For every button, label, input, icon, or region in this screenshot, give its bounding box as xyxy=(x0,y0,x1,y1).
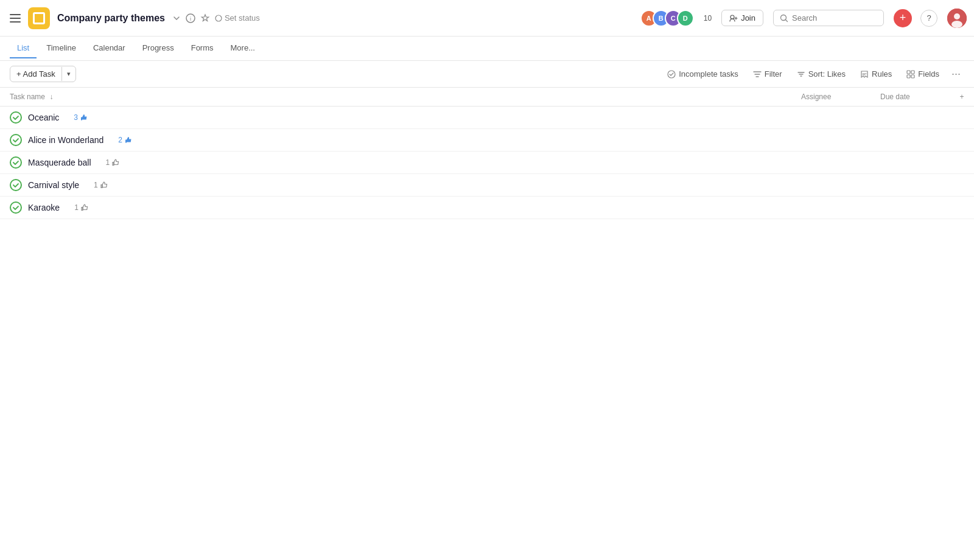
tab-timeline[interactable]: Timeline xyxy=(39,38,83,58)
svg-point-8 xyxy=(668,71,675,78)
info-button[interactable]: i xyxy=(186,13,195,23)
task-add-field-cell xyxy=(950,152,974,174)
rules-icon xyxy=(860,70,869,79)
col-header-add[interactable]: + xyxy=(950,88,974,107)
task-table: Task name ↓ Assignee Due date + Oceanic xyxy=(0,88,974,219)
filter-button[interactable]: Filter xyxy=(747,66,788,82)
svg-rect-11 xyxy=(907,75,910,78)
search-input[interactable] xyxy=(792,13,877,23)
task-complete-check[interactable] xyxy=(10,201,22,214)
task-assignee-cell xyxy=(791,174,871,197)
avatar-count: 10 xyxy=(704,14,712,23)
task-name[interactable]: Alice in Wonderland xyxy=(28,135,103,145)
task-name[interactable]: Karaoke xyxy=(28,203,60,212)
task-assignee-cell xyxy=(791,152,871,174)
sort-icon xyxy=(797,70,805,79)
star-button[interactable] xyxy=(200,13,210,23)
like-badge[interactable]: 1 xyxy=(71,203,93,212)
task-complete-check[interactable] xyxy=(10,156,22,169)
task-complete-check[interactable] xyxy=(10,134,22,146)
svg-text:i: i xyxy=(190,16,191,22)
thumbs-up-icon xyxy=(124,136,133,144)
svg-rect-10 xyxy=(911,71,914,74)
add-task-button-group: + Add Task ▾ xyxy=(10,66,76,82)
sort-button[interactable]: Sort: Likes xyxy=(791,66,852,82)
add-task-chevron-button[interactable]: ▾ xyxy=(61,67,75,81)
like-badge[interactable]: 2 xyxy=(114,135,136,145)
svg-point-6 xyxy=(954,13,960,19)
task-add-field-cell xyxy=(950,174,974,197)
like-badge[interactable]: 1 xyxy=(102,158,124,167)
incomplete-tasks-icon xyxy=(667,70,676,79)
like-badge[interactable]: 1 xyxy=(90,180,112,190)
table-row: Oceanic 3 xyxy=(0,107,974,129)
svg-point-2 xyxy=(215,15,222,21)
svg-rect-9 xyxy=(907,71,910,74)
table-row: Alice in Wonderland 2 xyxy=(0,129,974,152)
thumbs-up-outline-icon xyxy=(80,203,89,212)
task-due-date-cell xyxy=(871,152,950,174)
task-due-date-cell xyxy=(871,197,950,219)
task-table-container: Task name ↓ Assignee Due date + Oceanic xyxy=(0,88,974,219)
more-options-button[interactable]: ··· xyxy=(948,66,964,82)
task-due-date-cell xyxy=(871,129,950,152)
menu-button[interactable] xyxy=(7,12,23,25)
incomplete-tasks-button[interactable]: Incomplete tasks xyxy=(661,66,745,82)
filter-icon xyxy=(753,70,762,79)
search-icon xyxy=(780,14,788,23)
task-complete-check[interactable] xyxy=(10,179,22,191)
fields-icon xyxy=(906,70,915,79)
toolbar: + Add Task ▾ Incomplete tasks Filter Sor… xyxy=(0,61,974,88)
table-row: Masquerade ball 1 xyxy=(0,152,974,174)
thumbs-up-outline-icon xyxy=(100,181,108,189)
project-title: Company party themes xyxy=(57,13,165,24)
svg-point-7 xyxy=(951,21,962,28)
task-assignee-cell xyxy=(791,129,871,152)
col-header-task-name: Task name ↓ xyxy=(0,88,791,107)
avatar: D xyxy=(677,10,694,27)
app-icon xyxy=(28,7,50,29)
svg-point-3 xyxy=(730,15,734,19)
table-header-row: Task name ↓ Assignee Due date + xyxy=(0,88,974,107)
tab-progress[interactable]: Progress xyxy=(135,38,181,58)
help-button[interactable]: ? xyxy=(920,10,937,27)
task-due-date-cell xyxy=(871,174,950,197)
toolbar-right: Incomplete tasks Filter Sort: Likes Rule… xyxy=(661,66,964,82)
header: Company party themes i Set status A B C … xyxy=(0,0,974,37)
task-add-field-cell xyxy=(950,197,974,219)
table-row: Karaoke 1 xyxy=(0,197,974,219)
thumbs-up-outline-icon xyxy=(111,158,120,167)
set-status-button[interactable]: Set status xyxy=(215,13,260,23)
tabs-bar: List Timeline Calendar Progress Forms Mo… xyxy=(0,37,974,61)
task-assignee-cell xyxy=(791,197,871,219)
task-name[interactable]: Carnival style xyxy=(28,180,79,190)
svg-rect-12 xyxy=(911,75,914,78)
rules-button[interactable]: Rules xyxy=(854,66,898,82)
task-add-field-cell xyxy=(950,107,974,129)
col-header-due-date: Due date xyxy=(871,88,950,107)
user-avatar[interactable] xyxy=(947,9,967,28)
task-assignee-cell xyxy=(791,107,871,129)
tab-forms[interactable]: Forms xyxy=(184,38,221,58)
task-name[interactable]: Oceanic xyxy=(28,113,59,122)
add-global-button[interactable]: + xyxy=(894,9,912,27)
tab-calendar[interactable]: Calendar xyxy=(86,38,133,58)
task-name[interactable]: Masquerade ball xyxy=(28,158,91,167)
add-task-main-button[interactable]: + Add Task xyxy=(10,66,61,82)
task-complete-check[interactable] xyxy=(10,111,22,124)
table-row: Carnival style 1 xyxy=(0,174,974,197)
join-button[interactable]: Join xyxy=(721,10,763,26)
fields-button[interactable]: Fields xyxy=(900,66,945,82)
dropdown-button[interactable] xyxy=(172,14,181,23)
like-badge[interactable]: 3 xyxy=(70,113,92,122)
col-header-assignee: Assignee xyxy=(791,88,871,107)
tab-more[interactable]: More... xyxy=(223,38,262,58)
header-icons: i Set status xyxy=(172,13,260,23)
task-add-field-cell xyxy=(950,129,974,152)
tab-list[interactable]: List xyxy=(10,38,37,58)
task-due-date-cell xyxy=(871,107,950,129)
search-box[interactable] xyxy=(773,10,884,26)
avatars-group: A B C D xyxy=(640,10,694,27)
thumbs-up-icon xyxy=(80,113,88,122)
